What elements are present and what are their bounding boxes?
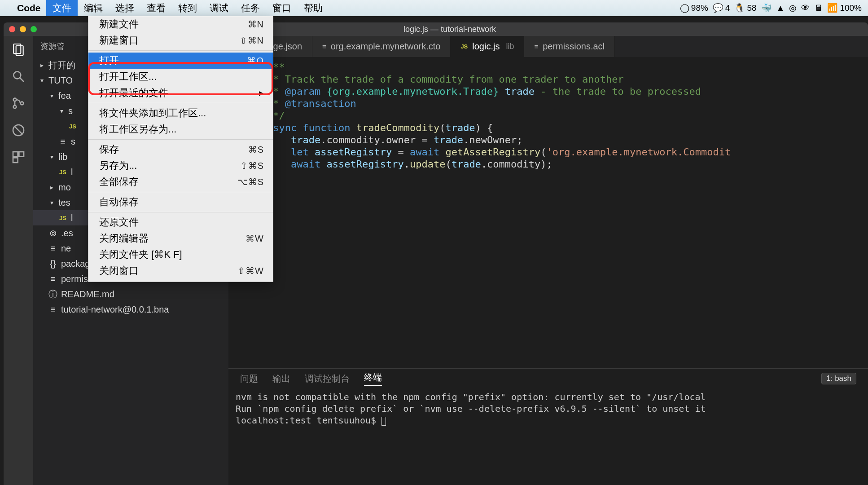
file-menu-dropdown[interactable]: 新建文件⌘N新建窗口⇧⌘N打开...⌘O打开工作区...打开最近的文件▶将文件夹…	[88, 16, 273, 282]
code-content[interactable]: /** * Track the trade of a commodity fro…	[264, 57, 868, 368]
menu-item[interactable]: 将文件夹添加到工作区...	[88, 105, 273, 121]
editor-tabs[interactable]: { }package.json≡org.example.mynetwork.ct…	[228, 36, 868, 57]
editor-tab[interactable]: ≡permissions.acl	[524, 36, 615, 57]
terminal-select[interactable]: 1: bash	[821, 373, 856, 384]
terminal-output[interactable]: nvm is not compatible with the npm confi…	[228, 388, 868, 485]
extensions-icon[interactable]	[10, 149, 26, 165]
menu-item[interactable]: 关闭编辑器⌘W	[88, 230, 273, 247]
svg-point-4	[13, 98, 17, 101]
svg-rect-11	[13, 158, 18, 163]
menu-item[interactable]: 打开...⌘O	[88, 53, 273, 69]
display-icon: 🖥	[814, 3, 823, 13]
maximize-window-button[interactable]	[31, 26, 37, 32]
menu-item[interactable]: 保存⌘S	[88, 141, 273, 158]
menu-tasks[interactable]: 任务	[235, 0, 266, 16]
menu-item[interactable]: 还原文件	[88, 214, 273, 230]
svg-line-3	[20, 78, 24, 82]
editor-tab[interactable]: ≡org.example.mynetwork.cto	[312, 36, 451, 57]
sidebar-title: 资源管	[40, 41, 65, 52]
svg-point-2	[13, 71, 21, 79]
menu-file[interactable]: 文件	[46, 0, 78, 16]
menu-edit[interactable]: 编辑	[78, 0, 109, 16]
tree-row[interactable]: ≡tutorial-network@0.0.1.bna	[33, 302, 228, 317]
explorer-icon[interactable]	[10, 41, 26, 57]
wifi-icon: 📶 100%	[827, 3, 862, 13]
menu-item[interactable]: 关闭文件夹 [⌘K F]	[88, 247, 273, 263]
docker-icon: 🐳	[761, 3, 772, 13]
menu-item[interactable]: 另存为...⇧⌘S	[88, 158, 273, 174]
panel-tab-output[interactable]: 输出	[272, 373, 290, 385]
eye-icon: 👁	[801, 3, 810, 13]
tree-row[interactable]: ⓘREADME.md	[33, 287, 228, 302]
menubar-status: ◯ 98% 💬4 🐧58 🐳 ▲ ◎ 👁 🖥 📶 100%	[680, 3, 862, 13]
panel-tabs[interactable]: 问题 输出 调试控制台 终端 1: bash	[228, 369, 868, 388]
menu-item[interactable]: 关闭窗口⇧⌘W	[88, 263, 273, 279]
menu-item[interactable]: 新建窗口⇧⌘N	[88, 32, 273, 48]
panel-tab-debug[interactable]: 调试控制台	[305, 373, 350, 385]
app-name[interactable]: Code	[12, 1, 46, 15]
minimize-window-button[interactable]	[20, 26, 26, 32]
debug-icon[interactable]	[10, 122, 26, 138]
menu-item[interactable]: 自动保存	[88, 194, 273, 210]
svg-point-5	[13, 106, 17, 109]
code-editor[interactable]: 1 2 3 4 5 6 7 8 9 10 /** * Track the tra…	[228, 57, 868, 368]
menu-item[interactable]: 新建文件⌘N	[88, 16, 273, 32]
activity-bar	[4, 36, 33, 485]
menu-item[interactable]: 将工作区另存为...	[88, 121, 273, 137]
panel-tab-terminal[interactable]: 终端	[364, 371, 382, 386]
bottom-panel: 问题 输出 调试控制台 终端 1: bash nvm is not compat…	[228, 368, 868, 485]
macos-menubar: Code 文件 编辑 选择 查看 转到 调试 任务 窗口 帮助 ◯ 98% 💬4…	[0, 0, 868, 16]
menu-view[interactable]: 查看	[140, 0, 172, 16]
svg-rect-10	[19, 152, 24, 157]
qq-icon: 🐧58	[734, 3, 756, 13]
editor-tab[interactable]: JSlogic.jslib	[451, 36, 524, 57]
menu-select[interactable]: 选择	[109, 0, 140, 16]
menu-window[interactable]: 窗口	[266, 0, 298, 16]
vlc-icon: ▲	[776, 3, 785, 13]
menu-item[interactable]: 打开工作区...	[88, 69, 273, 85]
search-icon[interactable]	[10, 68, 26, 84]
menu-item[interactable]: 全部保存⌥⌘S	[88, 174, 273, 190]
cc-icon: ◎	[789, 3, 797, 13]
svg-rect-9	[13, 152, 18, 157]
close-window-button[interactable]	[9, 26, 15, 32]
scm-icon[interactable]	[10, 95, 26, 111]
menu-item[interactable]: 打开最近的文件▶	[88, 85, 273, 101]
window-controls[interactable]	[9, 26, 37, 32]
wechat-icon: 💬4	[713, 3, 730, 13]
editor-area: { }package.json≡org.example.mynetwork.ct…	[228, 36, 868, 485]
menu-help[interactable]: 帮助	[298, 0, 329, 16]
menu-go[interactable]: 转到	[172, 0, 203, 16]
menu-debug[interactable]: 调试	[203, 0, 235, 16]
panel-tab-problems[interactable]: 问题	[240, 373, 258, 385]
svg-point-6	[21, 102, 24, 105]
battery-icon: ◯ 98%	[680, 3, 708, 13]
svg-line-8	[14, 126, 23, 135]
